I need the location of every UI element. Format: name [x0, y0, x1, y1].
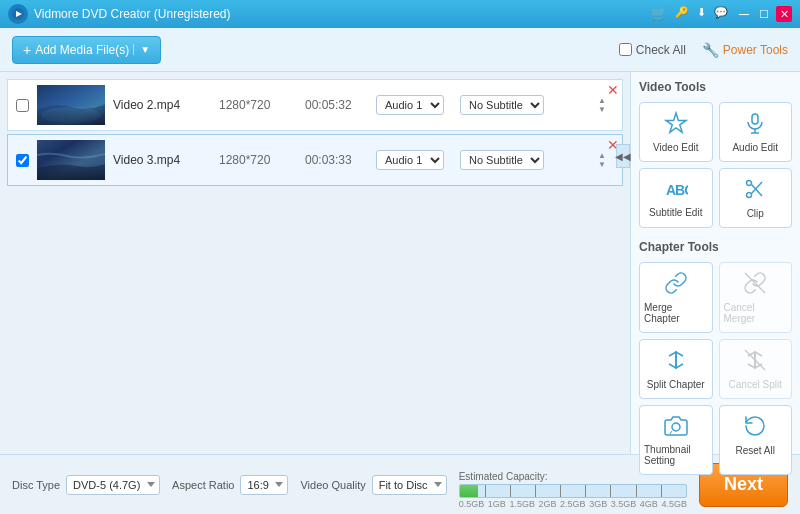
cancel-split-icon — [743, 348, 767, 375]
media-item-2-name: Video 3.mp4 — [113, 153, 203, 167]
split-chapter-label: Split Chapter — [647, 379, 705, 390]
star-icon — [664, 111, 688, 138]
cap-2.5gb: 2.5GB — [560, 499, 586, 509]
reset-icon — [743, 414, 767, 441]
media-item-1-audio-select[interactable]: Audio 1 Audio 2 — [376, 95, 444, 115]
merge-chapter-button[interactable]: Merge Chapter — [639, 262, 713, 333]
media-item-1-arrows[interactable]: ▲ ▼ — [598, 96, 606, 114]
capacity-section: Estimated Capacity: 0.5GB 1GB 1.5GB 2GB — [459, 471, 687, 498]
capacity-labels: 0.5GB 1GB 1.5GB 2GB 2.5GB 3GB 3.5GB 4GB … — [459, 499, 687, 509]
aspect-ratio-label: Aspect Ratio — [172, 479, 234, 491]
cancel-merger-button[interactable]: Cancel Merger — [719, 262, 793, 333]
audio-edit-button[interactable]: Audio Edit — [719, 102, 793, 162]
power-tools-button[interactable]: 🔧 Power Tools — [702, 42, 788, 58]
split-chapter-button[interactable]: Split Chapter — [639, 339, 713, 399]
minimize-button[interactable]: ─ — [736, 6, 752, 22]
media-item-1-close[interactable]: ✕ — [607, 83, 619, 97]
cap-0.5gb: 0.5GB — [459, 499, 485, 509]
cap-2gb: 2GB — [538, 499, 556, 509]
support-icon[interactable]: 💬 — [714, 6, 728, 22]
cap-1gb: 1GB — [488, 499, 506, 509]
capacity-marker-4.5gb — [661, 485, 662, 497]
disc-type-field: Disc Type DVD-5 (4.7G) DVD-9 (8.5G) BD-2… — [12, 475, 160, 495]
disc-type-select[interactable]: DVD-5 (4.7G) DVD-9 (8.5G) BD-25 (25G) — [66, 475, 160, 495]
video-quality-field: Video Quality Fit to Disc High Medium Lo… — [300, 475, 446, 495]
power-tools-label: Power Tools — [723, 43, 788, 57]
title-bar: Vidmore DVD Creator (Unregistered) 🛒 🔑 ⬇… — [0, 0, 800, 28]
merge-chapter-label: Merge Chapter — [644, 302, 708, 324]
video-edit-label: Video Edit — [653, 142, 698, 153]
media-item-2-resolution: 1280*720 — [219, 153, 289, 167]
capacity-marker-4gb — [636, 485, 637, 497]
media-item-1-checkbox[interactable] — [16, 99, 29, 112]
main-area: Video 2.mp4 1280*720 00:05:32 Audio 1 Au… — [0, 72, 800, 454]
cancel-merger-label: Cancel Merger — [724, 302, 788, 324]
add-media-dropdown-arrow[interactable]: ▼ — [133, 44, 150, 55]
media-item-1-resolution: 1280*720 — [219, 98, 289, 112]
abc-icon: ABC — [664, 177, 688, 203]
capacity-fill — [460, 485, 478, 497]
media-item: Video 2.mp4 1280*720 00:05:32 Audio 1 Au… — [7, 79, 623, 131]
close-button[interactable]: ✕ — [776, 6, 792, 22]
add-media-button[interactable]: + Add Media File(s) ▼ — [12, 36, 161, 64]
cancel-split-label: Cancel Split — [729, 379, 782, 390]
maximize-button[interactable]: ☐ — [756, 6, 772, 22]
media-item-2-duration: 00:03:33 — [305, 153, 360, 167]
split-icon — [664, 348, 688, 375]
cap-4.5gb: 4.5GB — [661, 499, 687, 509]
check-all-label[interactable]: Check All — [619, 43, 686, 57]
capacity-marker-3gb — [585, 485, 586, 497]
media-item-2-checkbox[interactable] — [16, 154, 29, 167]
thumbnail-setting-button[interactable]: Thumbnail Setting — [639, 405, 713, 475]
unlink-icon — [743, 271, 767, 298]
download-icon[interactable]: ⬇ — [697, 6, 706, 22]
aspect-ratio-field: Aspect Ratio 16:9 4:3 — [172, 475, 288, 495]
capacity-bar: 0.5GB 1GB 1.5GB 2GB 2.5GB 3GB 3.5GB 4GB … — [459, 484, 687, 498]
video-quality-select[interactable]: Fit to Disc High Medium Low — [372, 475, 447, 495]
media-item-1-name: Video 2.mp4 — [113, 98, 203, 112]
right-panel: Video Tools Video Edit — [630, 72, 800, 454]
media-item-2-arrows[interactable]: ▲ ▼ — [598, 151, 606, 169]
window-controls: 🛒 🔑 ⬇ 💬 ─ ☐ ✕ — [651, 6, 792, 22]
clip-label: Clip — [747, 208, 764, 219]
svg-text:ABC: ABC — [666, 182, 688, 198]
power-tools-icon: 🔧 — [702, 42, 719, 58]
cart-icon[interactable]: 🛒 — [651, 6, 667, 22]
media-item-2-subtitle-select[interactable]: No Subtitle Subtitle — [460, 150, 544, 170]
reset-all-button[interactable]: Reset All — [719, 405, 793, 475]
svg-rect-1 — [37, 85, 105, 125]
cancel-split-button[interactable]: Cancel Split — [719, 339, 793, 399]
aspect-ratio-select[interactable]: 16:9 4:3 — [240, 475, 288, 495]
chapter-tools-title: Chapter Tools — [639, 240, 792, 254]
capacity-marker-2.5gb — [560, 485, 561, 497]
scissors-icon — [743, 177, 767, 204]
key-icon[interactable]: 🔑 — [675, 6, 689, 22]
svg-line-10 — [752, 185, 763, 197]
capacity-marker-2gb — [535, 485, 536, 497]
video-tools-title: Video Tools — [639, 80, 792, 94]
check-all-checkbox[interactable] — [619, 43, 632, 56]
reset-all-label: Reset All — [736, 445, 775, 456]
cap-1.5gb: 1.5GB — [509, 499, 535, 509]
cap-4gb: 4GB — [640, 499, 658, 509]
chapter-tools-grid: Merge Chapter Cancel Merger — [639, 262, 792, 475]
app-title: Vidmore DVD Creator (Unregistered) — [34, 7, 651, 21]
cap-3.5gb: 3.5GB — [611, 499, 637, 509]
subtitle-edit-button[interactable]: ABC Subtitle Edit — [639, 168, 713, 228]
media-item-1-subtitle-select[interactable]: No Subtitle Subtitle — [460, 95, 544, 115]
capacity-marker-3.5gb — [610, 485, 611, 497]
media-list: Video 2.mp4 1280*720 00:05:32 Audio 1 Au… — [0, 72, 630, 454]
video-edit-button[interactable]: Video Edit — [639, 102, 713, 162]
video-tools-grid: Video Edit Audio Edit ABC — [639, 102, 792, 228]
app-logo — [8, 4, 28, 24]
media-item-2-thumbnail — [37, 140, 105, 180]
thumbnail-setting-label: Thumbnail Setting — [644, 444, 708, 466]
svg-point-16 — [672, 423, 680, 431]
cap-3gb: 3GB — [589, 499, 607, 509]
video-quality-label: Video Quality — [300, 479, 365, 491]
link-icon — [664, 271, 688, 298]
media-item-2-audio-select[interactable]: Audio 1 Audio 2 — [376, 150, 444, 170]
clip-button[interactable]: Clip — [719, 168, 793, 228]
capacity-marker-1gb — [485, 485, 486, 497]
panel-collapse-button[interactable]: ◀◀ — [616, 144, 630, 168]
